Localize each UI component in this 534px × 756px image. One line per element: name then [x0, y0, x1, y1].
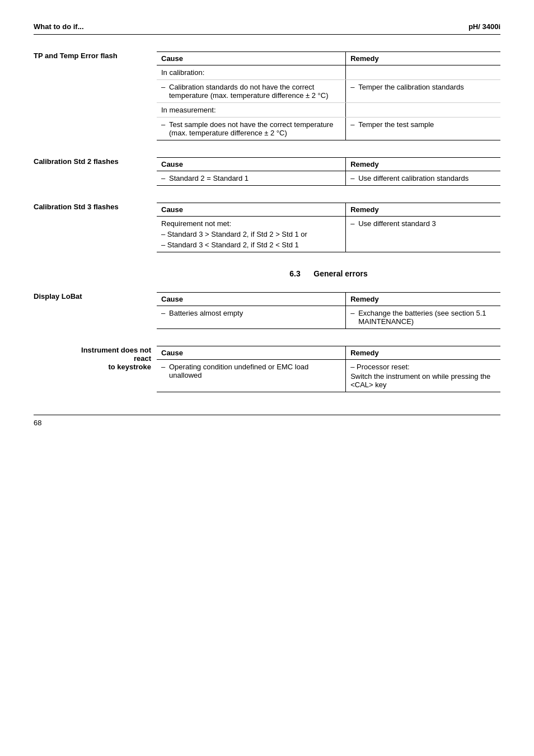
header-left: What to do if...	[34, 22, 84, 31]
section-label-cal-std-3: Calibration Std 3 flashes	[34, 203, 157, 252]
tp-temp-cause-cell-2: In measurement:	[157, 103, 346, 118]
table-container-cal-std-2: CauseRemedy–Standard 2 = Standard 1–Use …	[157, 157, 500, 186]
cal-std-2-remedy-cell-0: –Use different calibration standards	[346, 171, 500, 186]
header-right: pH/ 3400i	[469, 22, 500, 31]
section-label-display-lobat: Display LoBat	[34, 292, 157, 329]
display-lobat-remedy-header: Remedy	[346, 293, 500, 306]
cal-std-2-cause-cell-0: –Standard 2 = Standard 1	[157, 171, 346, 186]
tp-temp-cause-cell-1: –Calibration standards do not have the c…	[157, 80, 346, 103]
section-cal-std-2: Calibration Std 2 flashesCauseRemedy–Sta…	[34, 157, 500, 186]
display-lobat-remedy-cell-0: –Exchange the batteries (see section 5.1…	[346, 306, 500, 329]
cal-std-3-cause-cell-0: Requirement not met:– Standard 3 > Stand…	[157, 217, 346, 252]
section-tp-temp: TP and Temp Error flashCauseRemedyIn cal…	[34, 51, 500, 140]
instrument-keystroke-remedy-cell-0: – Processor reset:Switch the instrument …	[346, 360, 500, 392]
section-instrument-keystroke: Instrument does notreactto keystrokeCaus…	[34, 346, 500, 392]
display-lobat-cause-cell-0: –Batteries almost empty	[157, 306, 346, 329]
general-errors-title: General errors	[313, 269, 368, 278]
section-label-tp-temp: TP and Temp Error flash	[34, 51, 157, 140]
tp-temp-cause-cell-0: In calibration:	[157, 65, 346, 80]
table-row: –Batteries almost empty–Exchange the bat…	[157, 306, 500, 329]
general-errors-heading: 6.3 General errors	[157, 269, 500, 278]
tp-temp-cause-header: Cause	[157, 52, 346, 65]
tp-temp-remedy-cell-1: –Temper the calibration standards	[346, 80, 500, 103]
cal-std-2-cause-header: Cause	[157, 158, 346, 171]
table-row: –Test sample does not have the correct t…	[157, 118, 500, 140]
table-row: –Calibration standards do not have the c…	[157, 80, 500, 103]
general-sections-container: Display LoBatCauseRemedy–Batteries almos…	[34, 292, 500, 392]
table-row: –Standard 2 = Standard 1–Use different c…	[157, 171, 500, 186]
instrument-keystroke-cause-header: Cause	[157, 346, 346, 360]
tp-temp-cause-cell-3: –Test sample does not have the correct t…	[157, 118, 346, 140]
general-errors-number: 6.3	[289, 269, 300, 278]
cal-std-3-remedy-cell-0: –Use different standard 3	[346, 217, 500, 252]
display-lobat-cause-header: Cause	[157, 293, 346, 306]
sections-container: TP and Temp Error flashCauseRemedyIn cal…	[34, 51, 500, 252]
section-label-cal-std-2: Calibration Std 2 flashes	[34, 157, 157, 186]
tp-temp-remedy-cell-3: –Temper the test sample	[346, 118, 500, 140]
page-header: What to do if... pH/ 3400i	[34, 22, 500, 35]
tp-temp-remedy-cell-2	[346, 103, 500, 118]
instrument-keystroke-remedy-header: Remedy	[346, 346, 500, 360]
page-number: 68	[34, 419, 41, 427]
section-cal-std-3: Calibration Std 3 flashesCauseRemedyRequ…	[34, 203, 500, 252]
tp-temp-remedy-header: Remedy	[346, 52, 500, 65]
section-display-lobat: Display LoBatCauseRemedy–Batteries almos…	[34, 292, 500, 329]
cal-std-3-cause-header: Cause	[157, 203, 346, 217]
table-container-tp-temp: CauseRemedyIn calibration:–Calibration s…	[157, 51, 500, 140]
table-container-display-lobat: CauseRemedy–Batteries almost empty–Excha…	[157, 292, 500, 329]
table-row: –Operating condition undefined or EMC lo…	[157, 360, 500, 392]
section-label-instrument-keystroke: Instrument does notreactto keystroke	[34, 346, 157, 392]
table-row: In measurement:	[157, 103, 500, 118]
table-container-instrument-keystroke: CauseRemedy–Operating condition undefine…	[157, 346, 500, 392]
instrument-keystroke-cause-cell-0: –Operating condition undefined or EMC lo…	[157, 360, 346, 392]
cal-std-3-remedy-header: Remedy	[346, 203, 500, 217]
table-row: Requirement not met:– Standard 3 > Stand…	[157, 217, 500, 252]
page-footer: 68	[34, 415, 500, 427]
table-row: In calibration:	[157, 65, 500, 80]
cal-std-2-remedy-header: Remedy	[346, 158, 500, 171]
tp-temp-remedy-cell-0	[346, 65, 500, 80]
table-container-cal-std-3: CauseRemedyRequirement not met:– Standar…	[157, 203, 500, 252]
